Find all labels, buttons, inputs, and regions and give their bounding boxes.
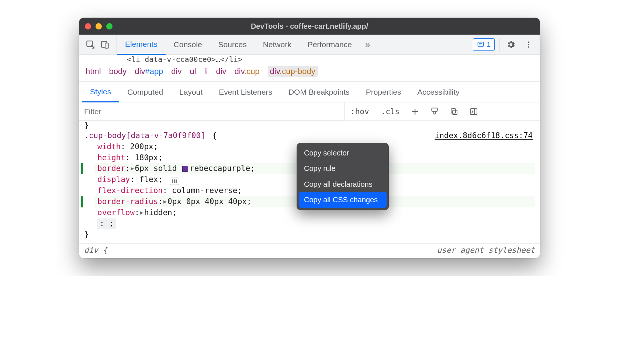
traffic-lights xyxy=(85,23,113,29)
context-menu: Copy selector Copy rule Copy all declara… xyxy=(297,143,389,210)
close-window-button[interactable] xyxy=(85,23,91,29)
ctx-copy-all-css-changes[interactable]: Copy all CSS changes xyxy=(299,192,387,207)
kebab-menu-icon[interactable] xyxy=(520,35,537,55)
crumb-html[interactable]: html xyxy=(86,67,101,76)
subtab-properties[interactable]: Properties xyxy=(358,82,409,102)
styles-filter-input[interactable] xyxy=(79,102,345,120)
main-tab-bar: Elements Console Sources Network Perform… xyxy=(79,35,540,55)
crumb-ul[interactable]: ul xyxy=(190,67,196,76)
new-style-rule-icon[interactable] xyxy=(405,102,425,120)
svg-point-4 xyxy=(528,42,529,43)
svg-rect-8 xyxy=(453,110,457,115)
paint-brush-icon[interactable] xyxy=(425,102,445,120)
expand-icon[interactable]: ▶ xyxy=(139,209,144,217)
svg-point-5 xyxy=(528,44,529,45)
svg-rect-2 xyxy=(105,43,108,48)
crumb-div2[interactable]: div xyxy=(216,67,226,76)
subtab-dom-breakpoints[interactable]: DOM Breakpoints xyxy=(280,82,358,102)
color-swatch-icon[interactable] xyxy=(182,166,188,172)
toggle-hov-button[interactable]: :hov xyxy=(345,102,375,120)
rule-close-brace: } xyxy=(81,229,535,240)
device-toolbar-icon[interactable] xyxy=(100,40,110,49)
devtools-window: DevTools - coffee-cart.netlify.app/ Elem… xyxy=(79,18,540,258)
crumb-li[interactable]: li xyxy=(204,67,208,76)
window-title: DevTools - coffee-cart.netlify.app/ xyxy=(79,22,540,31)
styles-subtabs: Styles Computed Layout Event Listeners D… xyxy=(79,82,540,102)
issues-button[interactable]: 1 xyxy=(473,38,495,51)
toggle-cls-button[interactable]: .cls xyxy=(375,102,406,120)
subtab-accessibility[interactable]: Accessibility xyxy=(409,82,467,102)
rule-selector[interactable]: .cup-body[data-v-7a0f9f00] { xyxy=(84,130,217,141)
copy-icon[interactable] xyxy=(445,102,464,120)
dom-breadcrumbs: html body div#app div ul li div div.cup … xyxy=(79,62,540,82)
issues-count: 1 xyxy=(487,41,491,49)
tab-sources[interactable]: Sources xyxy=(210,35,255,55)
more-tabs-button[interactable]: » xyxy=(360,35,375,55)
inspect-icon[interactable] xyxy=(86,40,95,49)
ua-selector[interactable]: div { xyxy=(84,246,107,255)
style-rule: .cup-body[data-v-7a0f9f00] { index.8d6c6… xyxy=(79,130,540,244)
svg-rect-7 xyxy=(432,108,438,111)
subtab-layout[interactable]: Layout xyxy=(171,82,211,102)
svg-rect-10 xyxy=(470,109,477,115)
previous-rule-close: } xyxy=(79,121,540,130)
settings-icon[interactable] xyxy=(502,35,520,55)
crumb-div-app[interactable]: div#app xyxy=(135,67,163,76)
expand-icon[interactable]: ▶ xyxy=(163,198,167,206)
minimize-window-button[interactable] xyxy=(96,23,102,29)
crumb-body[interactable]: body xyxy=(109,67,127,76)
tab-console[interactable]: Console xyxy=(166,35,210,55)
ctx-copy-selector[interactable]: Copy selector xyxy=(299,145,387,161)
subtab-event-listeners[interactable]: Event Listeners xyxy=(211,82,280,102)
ctx-copy-rule[interactable]: Copy rule xyxy=(299,161,387,176)
crumb-div-cup[interactable]: div.cup xyxy=(235,67,260,76)
rule-source-link[interactable]: index.8d6c6f18.css:74 xyxy=(435,130,533,141)
svg-rect-3 xyxy=(478,42,484,46)
titlebar: DevTools - coffee-cart.netlify.app/ xyxy=(79,18,540,35)
decl-new-empty[interactable]: : ; xyxy=(94,218,535,230)
dom-tree-snippet[interactable]: <li data-v-cca00ce0>…</li> xyxy=(79,55,540,62)
subtab-styles[interactable]: Styles xyxy=(82,82,119,102)
svg-point-6 xyxy=(528,46,529,48)
zoom-window-button[interactable] xyxy=(106,23,113,29)
ctx-copy-all-declarations[interactable]: Copy all declarations xyxy=(299,176,387,192)
expand-icon[interactable]: ▶ xyxy=(130,165,135,172)
flex-badge-icon[interactable] xyxy=(170,178,179,185)
tab-elements[interactable]: Elements xyxy=(117,35,166,55)
crumb-div[interactable]: div xyxy=(171,67,181,76)
styles-toolbar: :hov .cls xyxy=(79,102,540,121)
user-agent-rule: div { user agent stylesheet xyxy=(79,244,540,258)
computed-sidebar-toggle-icon[interactable] xyxy=(464,102,484,120)
crumb-div-cup-body[interactable]: div.cup-body xyxy=(268,66,318,77)
tab-network[interactable]: Network xyxy=(255,35,300,55)
tab-performance[interactable]: Performance xyxy=(300,35,360,55)
svg-rect-9 xyxy=(451,109,456,113)
subtab-computed[interactable]: Computed xyxy=(119,82,171,102)
ua-label: user agent stylesheet xyxy=(437,246,535,255)
